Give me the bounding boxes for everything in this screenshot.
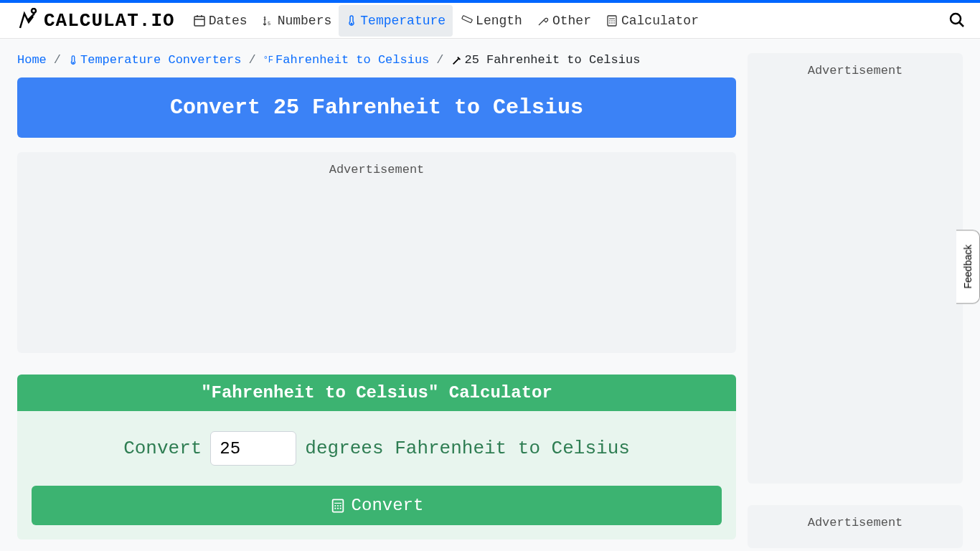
ad-label: Advertisement xyxy=(329,163,425,176)
breadcrumb-current: 25 Fahrenheit to Celsius xyxy=(465,53,641,67)
calculator-icon xyxy=(606,14,618,28)
convert-prefix: Convert xyxy=(123,438,202,459)
svg-point-23 xyxy=(339,505,341,507)
container: Home / Temperature Converters / °F Fahre… xyxy=(0,39,980,551)
svg-text:5: 5 xyxy=(268,21,270,27)
main-column: Home / Temperature Converters / °F Fahre… xyxy=(17,53,736,551)
thermometer-icon xyxy=(346,14,357,28)
nav-calculator[interactable]: Calculator xyxy=(598,5,706,37)
calculator-title: "Fahrenheit to Celsius" Calculator xyxy=(17,375,736,411)
svg-point-22 xyxy=(336,505,338,507)
navbar: CALCULAT.IO Dates 15 Numbers Temperature… xyxy=(0,3,980,39)
svg-line-17 xyxy=(959,22,963,27)
breadcrumb-f2c[interactable]: Fahrenheit to Celsius xyxy=(275,53,429,67)
nav-label: Other xyxy=(552,14,591,28)
svg-point-26 xyxy=(339,507,341,509)
nav-label: Dates xyxy=(209,14,248,28)
svg-point-24 xyxy=(334,507,336,509)
logo-text: CALCULAT.IO xyxy=(44,10,175,32)
nav-label: Calculator xyxy=(621,14,699,28)
ad-sidebar-1: Advertisement xyxy=(748,53,963,484)
svg-point-15 xyxy=(613,22,615,24)
nav-length[interactable]: Length xyxy=(453,5,529,37)
svg-point-12 xyxy=(613,20,615,22)
calendar-icon xyxy=(193,14,206,28)
nav-numbers[interactable]: 15 Numbers xyxy=(255,5,339,37)
nav-other[interactable]: Other xyxy=(529,5,598,37)
breadcrumb-sep: / xyxy=(436,53,443,67)
ad-label: Advertisement xyxy=(808,64,903,77)
search-icon[interactable] xyxy=(948,11,966,29)
nav-dates[interactable]: Dates xyxy=(186,5,255,37)
ad-main: Advertisement xyxy=(17,152,736,353)
wand-icon xyxy=(451,53,463,67)
value-input[interactable] xyxy=(210,431,296,466)
fahrenheit-icon: °F xyxy=(263,55,273,65)
calculator-row: Convert degrees Fahrenheit to Celsius xyxy=(32,431,722,466)
nav-temperature[interactable]: Temperature xyxy=(339,5,453,37)
sidebar: Advertisement Advertisement xyxy=(748,53,963,551)
ad-sidebar-2: Advertisement xyxy=(748,505,963,548)
svg-point-18 xyxy=(72,62,75,64)
logo-icon xyxy=(14,8,40,34)
calculator-body: Convert degrees Fahrenheit to Celsius Co… xyxy=(17,411,736,540)
nav-items: Dates 15 Numbers Temperature Length Othe… xyxy=(186,5,706,37)
convert-button[interactable]: Convert xyxy=(32,486,722,525)
page-title: Convert 25 Fahrenheit to Celsius xyxy=(17,77,736,138)
feedback-tab[interactable]: Feedback xyxy=(956,230,980,303)
breadcrumb-temp-converters[interactable]: Temperature Converters xyxy=(80,53,241,67)
svg-point-21 xyxy=(334,505,336,507)
breadcrumb-sep: / xyxy=(248,53,255,67)
tools-icon xyxy=(537,14,550,28)
svg-point-25 xyxy=(336,507,338,509)
convert-suffix: degrees Fahrenheit to Celsius xyxy=(305,438,629,459)
svg-point-16 xyxy=(951,14,961,24)
calculator-icon xyxy=(330,496,346,515)
convert-button-label: Convert xyxy=(352,496,424,515)
logo[interactable]: CALCULAT.IO xyxy=(14,8,175,34)
thermometer-icon xyxy=(68,53,78,67)
ad-label: Advertisement xyxy=(808,516,903,529)
svg-point-6 xyxy=(351,22,353,24)
nav-label: Numbers xyxy=(278,14,332,28)
svg-rect-7 xyxy=(462,15,473,22)
ruler-icon xyxy=(460,14,473,28)
numbers-icon: 15 xyxy=(262,14,275,28)
svg-point-13 xyxy=(609,22,611,24)
nav-label: Temperature xyxy=(360,14,446,28)
svg-rect-0 xyxy=(194,17,204,26)
svg-point-14 xyxy=(611,22,613,24)
calculator-box: "Fahrenheit to Celsius" Calculator Conve… xyxy=(17,375,736,540)
breadcrumb-sep: / xyxy=(54,53,61,67)
breadcrumb-home[interactable]: Home xyxy=(17,53,47,67)
svg-point-11 xyxy=(611,20,613,22)
breadcrumb: Home / Temperature Converters / °F Fahre… xyxy=(17,53,736,67)
nav-label: Length xyxy=(476,14,522,28)
svg-point-10 xyxy=(609,20,611,22)
